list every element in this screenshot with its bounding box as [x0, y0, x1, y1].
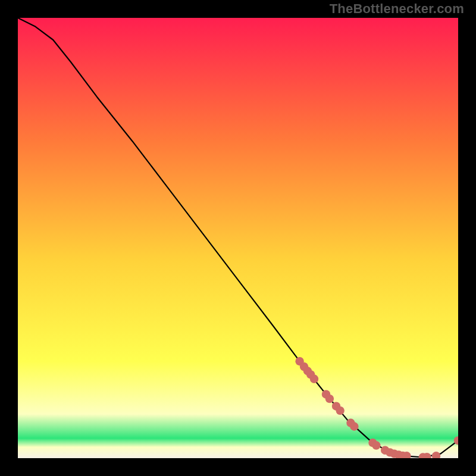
curve-marker — [336, 406, 344, 415]
curve-marker — [372, 441, 380, 449]
curve-marker — [325, 394, 334, 403]
gradient-background — [18, 18, 458, 458]
chart-container: TheBottlenecker.com — [0, 0, 476, 476]
watermark-text: TheBottlenecker.com — [330, 1, 464, 17]
curve-marker — [310, 375, 318, 383]
curve-marker — [350, 422, 358, 431]
plot-area — [18, 18, 458, 458]
chart-svg — [18, 18, 458, 458]
